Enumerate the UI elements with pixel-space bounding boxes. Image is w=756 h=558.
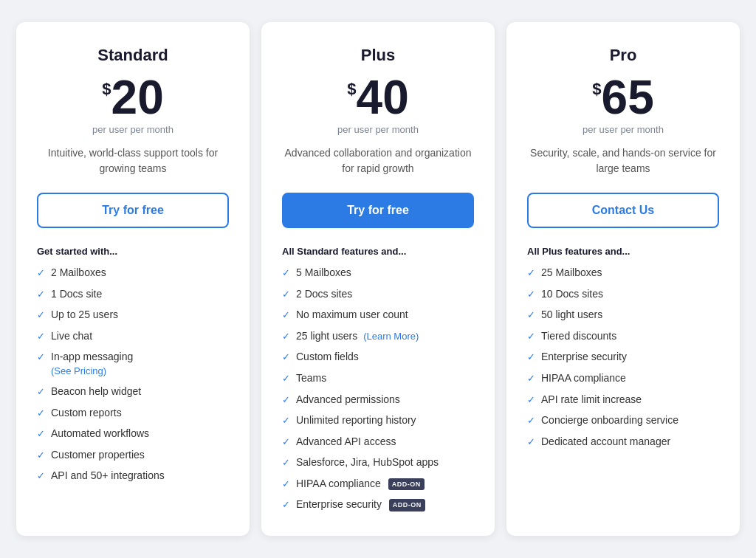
check-icon-plus-3: ✓ [282,330,290,343]
feature-item-standard-0: ✓ 2 Mailboxes [37,266,229,280]
price-amount-plus: 40 [357,74,409,121]
check-icon-pro-3: ✓ [527,330,535,343]
feature-item-plus-8: ✓ Advanced API access [282,435,474,450]
check-icon-standard-9: ✓ [37,469,45,483]
check-icon-plus-11: ✓ [282,498,290,512]
feature-text-pro-0: 25 Mailboxes [541,266,602,280]
feature-item-standard-6: ✓ Custom reports [37,406,229,421]
price-row-plus: $ 40 [282,74,474,121]
price-period-plus: per user per month [282,124,474,135]
feature-item-pro-6: ✓ API rate limit increase [527,393,719,407]
price-amount-pro: 65 [602,74,654,121]
feature-item-standard-1: ✓ 1 Docs site [37,287,229,302]
feature-text-plus-3: 25 light users (Learn More) [296,329,419,344]
cta-button-pro[interactable]: Contact Us [527,193,719,228]
feature-text-pro-2: 50 light users [541,308,602,323]
plan-card-plus: Plus $ 40 per user per month Advanced co… [261,22,495,536]
check-icon-standard-3: ✓ [37,330,45,343]
feature-item-standard-3: ✓ Live chat [37,329,229,344]
price-dollar-pro: $ [592,80,601,99]
feature-sub-standard-4[interactable]: (See Pricing) [51,365,133,378]
check-icon-pro-6: ✓ [527,393,535,407]
plan-name-pro: Pro [527,46,719,65]
feature-text-pro-5: HIPAA compliance [541,371,626,386]
feature-item-pro-7: ✓ Concierge onboarding service [527,413,719,428]
feature-text-plus-10: HIPAA compliance ADD-ON [296,477,425,492]
feature-text-plus-6: Advanced permissions [296,393,400,407]
features-header-pro: All Plus features and... [527,246,719,257]
feature-text-plus-8: Advanced API access [296,435,396,450]
feature-text-plus-11: Enterprise security ADD-ON [296,497,425,512]
check-icon-plus-1: ✓ [282,288,290,301]
feature-text-standard-7: Automated workflows [51,427,149,441]
feature-item-plus-3: ✓ 25 light users (Learn More) [282,329,474,344]
cta-button-plus[interactable]: Try for free [282,193,474,228]
feature-item-standard-7: ✓ Automated workflows [37,427,229,441]
price-dollar-standard: $ [102,80,111,99]
feature-text-pro-1: 10 Docs sites [541,287,603,302]
feature-item-standard-8: ✓ Customer properties [37,448,229,463]
check-icon-standard-6: ✓ [37,407,45,420]
feature-item-plus-7: ✓ Unlimited reporting history [282,413,474,428]
check-icon-plus-8: ✓ [282,435,290,449]
check-icon-pro-7: ✓ [527,414,535,427]
plan-desc-pro: Security, scale, and hands-on service fo… [527,145,719,176]
feature-text-pro-4: Enterprise security [541,350,627,365]
feature-text-standard-1: 1 Docs site [51,287,102,302]
price-amount-standard: 20 [111,74,164,121]
check-icon-plus-10: ✓ [282,478,290,491]
feature-text-plus-1: 2 Docs sites [296,287,352,302]
features-list-pro: ✓ 25 Mailboxes ✓ 10 Docs sites [527,266,719,449]
price-period-standard: per user per month [37,124,229,135]
cta-button-standard[interactable]: Try for free [37,193,229,228]
check-icon-pro-4: ✓ [527,351,535,364]
feature-text-standard-6: Custom reports [51,406,122,421]
check-icon-plus-4: ✓ [282,351,290,364]
feature-text-standard-3: Live chat [51,329,92,344]
feature-text-plus-7: Unlimited reporting history [296,413,416,428]
check-icon-pro-1: ✓ [527,288,535,301]
feature-text-pro-3: Tiered discounts [541,329,616,344]
feature-item-plus-5: ✓ Teams [282,371,474,386]
plan-desc-plus: Advanced collaboration and organization … [282,145,474,176]
features-header-standard: Get started with... [37,246,229,257]
plan-name-plus: Plus [282,46,474,65]
plan-card-standard: Standard $ 20 per user per month Intuiti… [16,22,250,536]
addon-badge-plus-10: ADD-ON [388,478,425,491]
feature-text-pro-7: Concierge onboarding service [541,413,678,428]
features-list-standard: ✓ 2 Mailboxes ✓ 1 Docs site [37,266,229,483]
feature-text-standard-2: Up to 25 users [51,308,118,323]
feature-item-pro-0: ✓ 25 Mailboxes [527,266,719,280]
feature-item-plus-6: ✓ Advanced permissions [282,393,474,407]
feature-item-pro-3: ✓ Tiered discounts [527,329,719,344]
check-icon-pro-2: ✓ [527,309,535,322]
plan-desc-standard: Intuitive, world-class support tools for… [37,145,229,176]
feature-text-standard-9: API and 50+ integrations [51,469,165,483]
features-list-plus: ✓ 5 Mailboxes ✓ 2 Docs sites [282,266,474,512]
pricing-container: Standard $ 20 per user per month Intuiti… [16,22,740,536]
check-icon-standard-2: ✓ [37,309,45,322]
check-icon-plus-0: ✓ [282,266,290,280]
feature-text-plus-2: No maximum user count [296,308,408,323]
feature-text-standard-0: 2 Mailboxes [51,266,106,280]
feature-text-standard-4: In-app messaging (See Pricing) [51,350,133,378]
check-icon-standard-4: ✓ [37,351,45,364]
feature-link-plus-3[interactable]: (Learn More) [363,331,419,342]
check-icon-standard-7: ✓ [37,427,45,441]
check-icon-plus-7: ✓ [282,414,290,427]
check-icon-plus-2: ✓ [282,309,290,322]
check-icon-standard-1: ✓ [37,288,45,301]
price-dollar-plus: $ [347,80,356,99]
feature-item-plus-1: ✓ 2 Docs sites [282,287,474,302]
addon-badge-plus-11: ADD-ON [389,499,425,512]
feature-text-standard-8: Customer properties [51,448,145,463]
feature-item-plus-0: ✓ 5 Mailboxes [282,266,474,280]
check-icon-pro-0: ✓ [527,266,535,280]
feature-text-pro-8: Dedicated account manager [541,435,670,450]
feature-item-pro-2: ✓ 50 light users [527,308,719,323]
check-icon-standard-0: ✓ [37,266,45,280]
feature-text-plus-0: 5 Mailboxes [296,266,351,280]
feature-item-pro-1: ✓ 10 Docs sites [527,287,719,302]
check-icon-pro-8: ✓ [527,435,535,449]
feature-item-standard-4: ✓ In-app messaging (See Pricing) [37,350,229,378]
